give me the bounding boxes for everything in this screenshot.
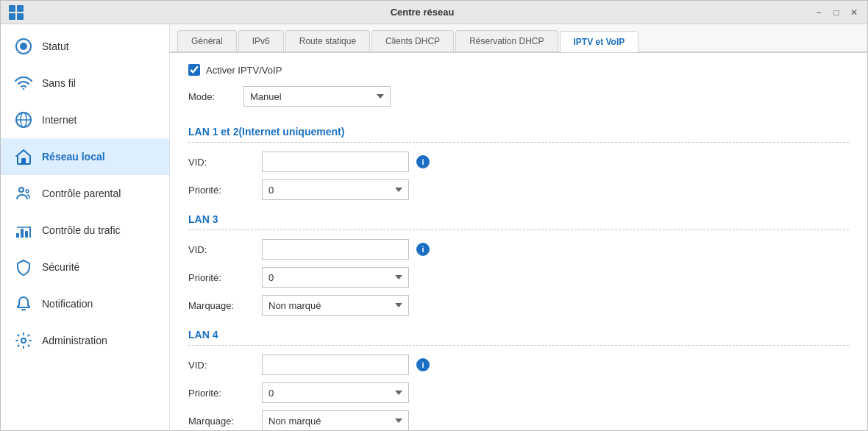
svg-rect-2 xyxy=(9,13,15,20)
lan4-vid-info-icon[interactable]: i xyxy=(416,358,430,371)
sidebar-label-statut: Statut xyxy=(42,40,69,52)
internet-icon xyxy=(14,110,33,129)
lan4-marquage-label: Marquage: xyxy=(188,416,255,427)
lan3-priorite-select[interactable]: 0 1 xyxy=(262,267,409,288)
minimize-button[interactable]: − xyxy=(813,7,825,18)
sidebar: Statut Sans fil xyxy=(1,24,170,430)
sidebar-item-administration[interactable]: Administration xyxy=(1,322,169,359)
lan12-vid-input[interactable] xyxy=(262,152,409,172)
lan3-vid-input[interactable] xyxy=(262,239,409,260)
svg-rect-13 xyxy=(16,233,19,238)
sidebar-item-securite[interactable]: Sécurité xyxy=(1,249,169,285)
home-icon xyxy=(14,147,33,166)
sidebar-label-securite: Sécurité xyxy=(42,261,79,273)
lan4-vid-row: VID: i xyxy=(188,355,849,375)
svg-rect-0 xyxy=(9,5,15,12)
app-logo xyxy=(8,4,32,21)
lan3-priorite-label: Priorité: xyxy=(188,272,255,283)
admin-icon xyxy=(14,331,33,350)
tab-ipv6[interactable]: IPv6 xyxy=(238,30,284,51)
lan4-priorite-label: Priorité: xyxy=(188,388,255,399)
svg-rect-16 xyxy=(29,227,31,238)
title-bar: Centre réseau − □ ✕ xyxy=(1,1,867,24)
sidebar-item-reseau-local[interactable]: Réseau local xyxy=(1,138,169,175)
iptv-enable-row: Activer IPTV/VoIP xyxy=(188,64,849,76)
lan12-vid-info-icon[interactable]: i xyxy=(416,155,430,168)
main-window: Centre réseau − □ ✕ Statut xyxy=(0,0,868,431)
lan3-marquage-label: Marquage: xyxy=(188,300,255,311)
svg-point-12 xyxy=(26,190,29,193)
lan3-vid-info-icon[interactable]: i xyxy=(416,243,430,256)
sidebar-label-internet: Internet xyxy=(42,114,77,126)
form-content: Activer IPTV/VoIP Mode: Manuel Auto LAN … xyxy=(170,53,867,430)
tab-reservation-dhcp[interactable]: Réservation DHCP xyxy=(455,30,558,51)
lan12-section-header: LAN 1 et 2(Internet uniquement) xyxy=(188,120,849,143)
mode-select[interactable]: Manuel Auto xyxy=(243,86,391,107)
lan4-marquage-row: Marquage: Non marqué Marqué xyxy=(188,410,849,430)
svg-point-5 xyxy=(20,43,27,50)
sidebar-item-controle-trafic[interactable]: Contrôle du trafic xyxy=(1,212,169,249)
statut-icon xyxy=(14,37,33,56)
iptv-enable-checkbox[interactable] xyxy=(188,64,200,76)
restore-button[interactable]: □ xyxy=(830,7,842,18)
window-controls: − □ ✕ xyxy=(813,7,860,18)
svg-rect-1 xyxy=(17,5,24,12)
lan4-section-header: LAN 4 xyxy=(188,323,849,346)
lan3-marquage-select[interactable]: Non marqué Marqué xyxy=(262,295,409,316)
sidebar-label-controle-trafic: Contrôle du trafic xyxy=(42,224,121,236)
sidebar-label-sans-fil: Sans fil xyxy=(42,77,76,89)
sidebar-item-notification[interactable]: Notification xyxy=(1,285,169,322)
svg-rect-15 xyxy=(25,231,28,238)
lan3-marquage-row: Marquage: Non marqué Marqué xyxy=(188,295,849,316)
sidebar-item-sans-fil[interactable]: Sans fil xyxy=(1,65,169,101)
svg-rect-10 xyxy=(21,158,26,163)
sidebar-label-reseau-local: Réseau local xyxy=(42,151,105,163)
tab-iptv-voip[interactable]: IPTV et VoIP xyxy=(560,31,639,52)
main-content: Statut Sans fil xyxy=(1,24,867,430)
tab-general[interactable]: Général xyxy=(177,30,237,51)
security-icon xyxy=(14,257,33,277)
svg-point-6 xyxy=(23,88,24,90)
lan4-vid-input[interactable] xyxy=(262,355,409,375)
svg-rect-14 xyxy=(21,229,24,238)
lan12-priorite-label: Priorité: xyxy=(188,185,255,196)
svg-rect-3 xyxy=(17,13,24,20)
tab-route-statique[interactable]: Route statique xyxy=(285,30,370,51)
lan3-vid-label: VID: xyxy=(188,244,255,255)
mode-label: Mode: xyxy=(188,91,232,102)
sidebar-item-controle-parental[interactable]: Contrôle parental xyxy=(1,175,169,212)
sidebar-label-controle-parental: Contrôle parental xyxy=(42,188,121,199)
notification-icon xyxy=(14,294,33,313)
sidebar-label-administration: Administration xyxy=(42,335,107,346)
sidebar-label-notification: Notification xyxy=(42,298,93,310)
lan4-priorite-select[interactable]: 0 1 xyxy=(262,382,409,403)
content-area: Général IPv6 Route statique Clients DHCP… xyxy=(170,24,867,430)
svg-point-18 xyxy=(21,338,26,343)
trafic-icon xyxy=(14,221,33,240)
lan4-marquage-select[interactable]: Non marqué Marqué xyxy=(262,410,409,430)
svg-point-11 xyxy=(19,188,24,192)
lan12-vid-row: VID: i xyxy=(188,152,849,172)
window-title: Centre réseau xyxy=(32,7,813,18)
mode-row: Mode: Manuel Auto xyxy=(188,86,849,107)
lan3-vid-row: VID: i xyxy=(188,239,849,260)
lan12-priorite-select[interactable]: 0 1 2 3 xyxy=(262,179,409,200)
lan3-priorite-row: Priorité: 0 1 xyxy=(188,267,849,288)
sidebar-item-statut[interactable]: Statut xyxy=(1,28,169,65)
iptv-enable-label[interactable]: Activer IPTV/VoIP xyxy=(206,65,282,76)
tabs-bar: Général IPv6 Route statique Clients DHCP… xyxy=(170,24,867,53)
lan12-priorite-row: Priorité: 0 1 2 3 xyxy=(188,179,849,200)
tab-clients-dhcp[interactable]: Clients DHCP xyxy=(371,30,454,51)
parental-icon xyxy=(14,184,33,203)
lan4-vid-label: VID: xyxy=(188,360,255,371)
wifi-icon xyxy=(14,74,33,93)
lan3-section-header: LAN 3 xyxy=(188,207,849,230)
lan4-priorite-row: Priorité: 0 1 xyxy=(188,382,849,403)
logo-icon xyxy=(8,4,24,21)
sidebar-item-internet[interactable]: Internet xyxy=(1,101,169,138)
lan12-vid-label: VID: xyxy=(188,157,255,168)
close-button[interactable]: ✕ xyxy=(848,7,860,18)
